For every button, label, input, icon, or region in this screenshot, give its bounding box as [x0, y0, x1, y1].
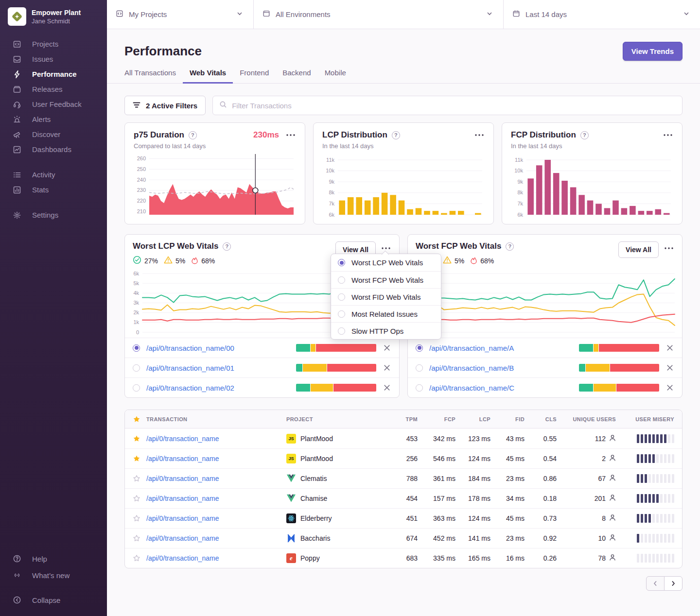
project-cell[interactable]: JSPlantMood: [286, 454, 386, 463]
tab-web-vitals[interactable]: Web Vitals: [183, 68, 233, 84]
org-logo-icon: [8, 7, 26, 26]
active-filters-button[interactable]: 2 Active Filters: [124, 96, 206, 115]
lcp-distribution-chart[interactable]: 6k7k8k9k10k11k: [322, 153, 485, 218]
star-outline-icon[interactable]: [133, 475, 140, 482]
sidebar-item-stats[interactable]: Stats: [13, 182, 107, 197]
view-all-button[interactable]: View All: [618, 241, 659, 258]
transaction-link[interactable]: /api/0/transaction_name: [146, 554, 219, 562]
dropdown-option-slow-http-ops[interactable]: Slow HTTP Ops: [331, 322, 441, 339]
panel-menu-button[interactable]: [381, 245, 391, 251]
environment-selector[interactable]: All Environments: [253, 0, 503, 29]
panel-menu-button[interactable]: [664, 245, 674, 251]
p75-duration-chart[interactable]: 210220230240250260: [134, 153, 296, 218]
date-range-selector[interactable]: Last 14 days: [503, 0, 700, 29]
sidebar-item-projects[interactable]: Projects: [13, 36, 107, 51]
col-unique-users[interactable]: UNIQUE USERS: [557, 416, 616, 422]
search-input[interactable]: [232, 102, 676, 110]
radio-button[interactable]: [133, 344, 140, 352]
sidebar-item-dashboards[interactable]: Dashboards: [13, 142, 107, 157]
dropdown-option-worst-lcp-web-vitals[interactable]: Worst LCP Web Vitals: [331, 254, 441, 271]
project-cell[interactable]: Clematis: [286, 474, 386, 483]
col-project[interactable]: PROJECT: [286, 416, 386, 422]
star-filled-icon[interactable]: [133, 435, 140, 443]
transaction-link[interactable]: /api/0/transaction_name/A: [429, 344, 573, 352]
view-trends-button[interactable]: View Trends: [623, 42, 682, 61]
transaction-link[interactable]: /api/0/transaction_name: [146, 514, 219, 522]
close-icon[interactable]: [383, 343, 391, 352]
tab-all-transactions[interactable]: All Transactions: [118, 68, 183, 84]
transaction-link[interactable]: /api/0/transaction_name: [146, 475, 219, 482]
close-icon[interactable]: [665, 363, 674, 372]
transaction-link[interactable]: /api/0/transaction_name/C: [429, 384, 573, 392]
transaction-link[interactable]: /api/0/transaction_name/01: [146, 364, 290, 372]
project-cell[interactable]: Elderberry: [286, 513, 386, 523]
col-fid[interactable]: FID: [490, 416, 525, 422]
star-outline-icon[interactable]: [133, 534, 140, 542]
transaction-link[interactable]: /api/0/transaction_name: [146, 455, 219, 462]
close-icon[interactable]: [383, 383, 391, 392]
col-tpm[interactable]: TPM: [386, 416, 418, 422]
col-user-misery[interactable]: USER MISERY: [616, 416, 682, 422]
transaction-link[interactable]: /api/0/transaction_name/02: [146, 384, 290, 392]
sidebar-item-activity[interactable]: Activity: [13, 167, 107, 182]
radio-button[interactable]: [133, 364, 140, 372]
transaction-link[interactable]: /api/0/transaction_name: [146, 435, 219, 443]
col-cls[interactable]: CLS: [525, 416, 557, 422]
sidebar-item-settings[interactable]: Settings: [13, 207, 107, 222]
fcp-distribution-chart[interactable]: 6k7k8k9k10k11k: [511, 153, 673, 218]
radio-button[interactable]: [416, 364, 423, 372]
close-icon[interactable]: [665, 343, 674, 352]
card-menu-button[interactable]: [285, 132, 296, 138]
star-outline-icon[interactable]: [133, 554, 140, 562]
sidebar-item-issues[interactable]: Issues: [13, 51, 107, 67]
help-icon[interactable]: ?: [189, 131, 197, 139]
project-cell[interactable]: Baccharis: [286, 533, 386, 543]
worst-fcp-chart[interactable]: 01k2k3k4k5k6k: [410, 268, 677, 336]
sidebar-item-what-s-new[interactable]: What’s new: [13, 567, 107, 583]
radio-button[interactable]: [133, 384, 140, 392]
dropdown-option-worst-fid-web-vitals[interactable]: Worst FID Web Vitals: [331, 288, 441, 305]
sidebar-item-help[interactable]: Help: [13, 550, 107, 567]
star-outline-icon[interactable]: [133, 495, 140, 502]
sidebar-item-collapse[interactable]: Collapse: [13, 592, 107, 608]
user-icon: [609, 454, 616, 463]
project-cell[interactable]: Chamise: [286, 494, 386, 503]
radio-button[interactable]: [416, 344, 423, 352]
sidebar-item-discover[interactable]: Discover: [13, 127, 107, 142]
close-icon[interactable]: [665, 383, 674, 392]
help-icon[interactable]: ?: [392, 131, 400, 139]
transaction-link[interactable]: /api/0/transaction_name: [146, 534, 219, 542]
tab-frontend[interactable]: Frontend: [233, 68, 276, 84]
help-icon[interactable]: ?: [580, 131, 589, 139]
card-menu-button[interactable]: [474, 132, 485, 138]
dropdown-option-most-related-issues[interactable]: Most Related Issues: [331, 305, 441, 322]
transaction-link[interactable]: /api/0/transaction_name/00: [146, 344, 290, 352]
next-page-button[interactable]: [664, 576, 682, 591]
col-fcp[interactable]: FCP: [418, 416, 455, 422]
sidebar-item-user-feedback[interactable]: User Feedback: [13, 97, 107, 112]
help-icon[interactable]: ?: [223, 242, 231, 251]
close-icon[interactable]: [383, 363, 391, 372]
star-filled-icon[interactable]: [133, 455, 140, 462]
transaction-link[interactable]: /api/0/transaction_name: [146, 495, 219, 502]
project-cell[interactable]: ePoppy: [286, 553, 386, 563]
radio-button: [338, 293, 345, 301]
user-misery-bar: [616, 434, 682, 443]
sidebar-item-alerts[interactable]: Alerts: [13, 112, 107, 127]
tab-backend[interactable]: Backend: [276, 68, 317, 84]
previous-page-button[interactable]: [646, 576, 665, 591]
tab-mobile[interactable]: Mobile: [318, 68, 353, 84]
project-selector[interactable]: My Projects: [107, 0, 253, 29]
sidebar-item-performance[interactable]: Performance: [13, 67, 107, 82]
dropdown-option-worst-fcp-web-vitals[interactable]: Worst FCP Web Vitals: [331, 271, 441, 288]
sidebar-item-releases[interactable]: Releases: [13, 82, 107, 97]
card-menu-button[interactable]: [663, 132, 673, 138]
radio-button[interactable]: [416, 384, 423, 392]
help-icon[interactable]: ?: [506, 242, 514, 251]
col-transaction[interactable]: TRANSACTION: [146, 416, 286, 422]
col-lcp[interactable]: LCP: [455, 416, 490, 422]
transaction-link[interactable]: /api/0/transaction_name/B: [429, 364, 573, 372]
org-switcher[interactable]: Empower Plant Jane Schmidt: [0, 0, 107, 31]
star-outline-icon[interactable]: [133, 514, 140, 522]
project-cell[interactable]: JSPlantMood: [286, 434, 386, 444]
